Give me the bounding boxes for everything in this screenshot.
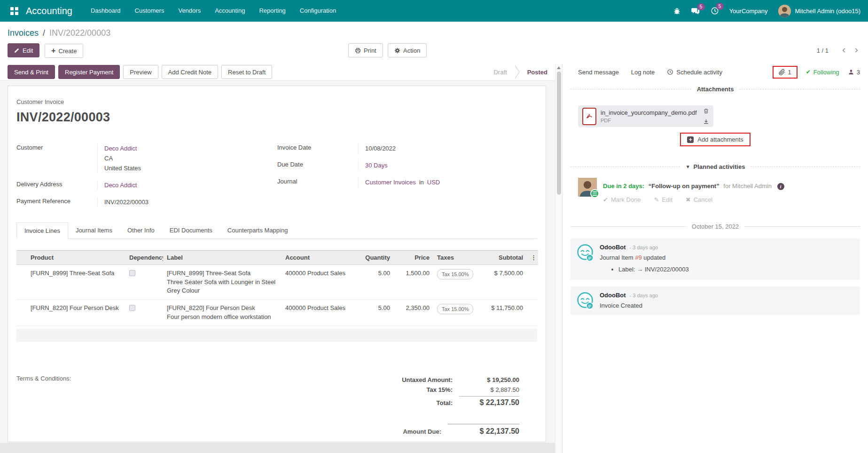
person-icon [848,69,854,75]
message-author[interactable]: OdooBot [600,292,626,299]
customer-link[interactable]: Deco Addict [104,145,137,152]
delivery-address-link[interactable]: Deco Addict [104,182,137,189]
create-button[interactable]: + Create [45,44,83,58]
handle-column-header [16,251,27,265]
pager: 1 / 1 [817,43,860,57]
messages-badge: 5 [697,3,705,10]
scroll-up-icon[interactable] [557,66,561,69]
due-date-link[interactable]: 30 Days [365,162,388,169]
message-time: - 3 days ago [630,245,658,250]
total-label: Total: [437,399,453,406]
tab-invoice-lines[interactable]: Invoice Lines [16,223,68,239]
preview-button[interactable]: Preview [123,65,158,79]
tax-label: Tax 15%: [427,386,453,393]
table-row[interactable]: [FURN_8220] Four Person Desk [FURN_8220]… [16,300,538,326]
attachments-divider[interactable]: Attachments [571,86,860,93]
info-icon[interactable]: i [777,183,784,190]
menu-accounting[interactable]: Accounting [208,0,252,22]
message-author[interactable]: OdooBot [600,244,626,251]
tab-journal-items[interactable]: Journal Items [68,223,120,239]
debug-bug-icon[interactable] [673,7,681,15]
journal-item-ref[interactable]: #9 [635,254,641,261]
delivery-address-label: Delivery Address [16,180,97,190]
terms-label: Terms & Conditions: [16,375,71,437]
schedule-activity-button[interactable]: Schedule activity [667,69,722,76]
pager-previous-icon[interactable] [840,46,848,55]
user-menu[interactable]: Mitchell Admin (odoo15) [778,5,860,17]
dependency-checkbox[interactable] [129,305,135,311]
product-column-header[interactable]: Product [27,251,125,265]
attachment-filename[interactable]: in_invoice_yourcompany_demo.pdf [601,109,699,116]
log-note-button[interactable]: Log note [631,69,655,76]
label-column-header[interactable]: Label [163,251,282,265]
activities-clock-icon[interactable]: 5 [711,7,719,15]
add-credit-note-button[interactable]: Add Credit Note [162,65,219,79]
taxes-column-header[interactable]: Taxes [433,251,481,265]
table-row[interactable]: [FURN_8999] Three-Seat Sofa [FURN_8999] … [16,265,538,300]
messages-icon[interactable]: 5 [691,7,700,15]
row-product: [FURN_8220] Four Person Desk [27,300,125,326]
cancel-activity-button[interactable]: ✖Cancel [686,196,712,203]
attachments-counter[interactable]: 1 [773,66,798,79]
pane-bottom-strip [0,443,562,453]
pager-count: 1 / 1 [817,47,829,54]
followers-button[interactable]: 3 [848,69,860,76]
add-attachments-button[interactable]: + Add attachments [680,133,751,146]
reset-to-draft-button[interactable]: Reset to Draft [221,65,272,79]
account-column-header[interactable]: Account [282,251,354,265]
journal-in-text: in [419,179,424,186]
paperclip-icon [779,69,785,76]
state-draft[interactable]: Draft [486,69,514,76]
currency-link[interactable]: USD [427,179,440,186]
tab-counterparts-mapping[interactable]: Counterparts Mapping [220,223,296,239]
state-posted[interactable]: Posted [520,69,555,76]
attachment-card[interactable]: in_invoice_yourcompany_demo.pdf PDF [578,105,713,127]
row-product: [FURN_8999] Three-Seat Sofa [27,265,125,300]
x-icon: ✖ [686,196,691,203]
row-label-line1: [FURN_8999] Three-Seat Sofa [167,269,278,278]
edit-activity-button[interactable]: ✎Edit [654,196,672,203]
company-switcher[interactable]: YourCompany [729,8,768,15]
invoice-sheet: Customer Invoice INV/2022/00003 Customer… [8,86,546,442]
customer-label: Customer [16,143,97,173]
menu-vendors[interactable]: Vendors [171,0,208,22]
mark-done-button[interactable]: ✔Mark Done [603,196,641,203]
menu-configuration[interactable]: Configuration [293,0,343,22]
following-button[interactable]: ✔ Following [806,69,839,76]
dependency-column-header[interactable]: Dependency [125,251,163,265]
odoobot-avatar [576,292,594,310]
edit-button[interactable]: Edit [8,43,39,57]
row-quantity: 5.00 [354,300,394,326]
breadcrumb-parent[interactable]: Invoices [8,28,39,38]
row-account: 400000 Product Sales [282,265,354,300]
apps-menu-icon[interactable] [10,7,18,15]
optional-columns-icon[interactable]: ⋮ [527,251,538,265]
quantity-column-header[interactable]: Quantity [354,251,394,265]
check-icon: ✔ [806,69,811,75]
amount-due-value: $ 22,137.50 [448,424,519,436]
dependency-checkbox[interactable] [129,270,135,276]
tab-edi-documents[interactable]: EDI Documents [162,223,220,239]
send-print-button[interactable]: Send & Print [8,65,55,79]
plus-square-icon: + [687,136,694,143]
price-column-header[interactable]: Price [394,251,433,265]
send-message-button[interactable]: Send message [578,69,619,76]
scrollbar-thumb[interactable] [557,72,561,195]
customer-address-line2: United States [104,163,277,173]
row-price: 1,500.00 [394,265,433,300]
menu-reporting[interactable]: Reporting [252,0,292,22]
tab-other-info[interactable]: Other Info [120,223,162,239]
subtotal-column-header[interactable]: Subtotal [481,251,527,265]
pager-next-icon[interactable] [852,46,860,55]
print-button[interactable]: Print [348,43,383,57]
journal-link[interactable]: Customer Invoices [365,179,416,186]
register-payment-button[interactable]: Register Payment [58,65,120,79]
menu-dashboard[interactable]: Dashboard [84,0,128,22]
tax-value: $ 2,887.50 [459,386,519,393]
action-button[interactable]: Action [388,43,427,57]
planned-activities-divider[interactable]: ▼Planned activities [571,163,860,170]
menu-customers[interactable]: Customers [128,0,172,22]
form-scrollbar[interactable] [555,64,562,453]
download-attachment-icon[interactable] [703,119,709,125]
delete-attachment-icon[interactable] [703,108,709,114]
